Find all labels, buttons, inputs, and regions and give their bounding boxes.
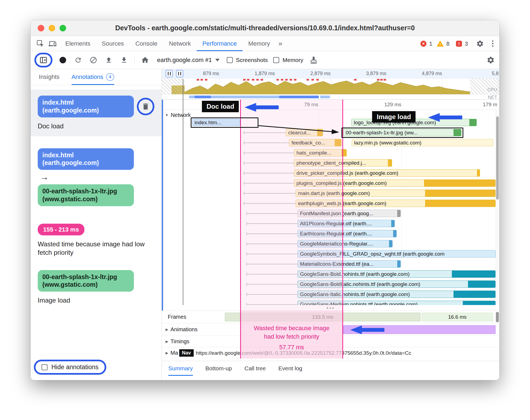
memory-checkbox[interactable] <box>273 57 279 63</box>
more-requests-indicator[interactable]: ... <box>162 305 499 310</box>
network-request-bar[interactable]: GoogleSymbols_FILL_GRAD_opsz_wght.ttf (e… <box>298 250 496 258</box>
network-request-bar[interactable]: feedback_co... <box>289 139 341 146</box>
kebab-menu-icon[interactable] <box>491 39 494 48</box>
capture-settings-gear-icon[interactable] <box>486 55 496 65</box>
overview-tick-label: 879 ms <box>203 71 219 76</box>
home-button[interactable] <box>140 55 150 65</box>
scrollbar-thumb[interactable] <box>496 116 499 200</box>
hide-annotations-checkbox[interactable] <box>42 364 48 370</box>
tab-sources[interactable]: Sources <box>96 36 130 51</box>
bottom-tab-bottom-up[interactable]: Bottom-up <box>205 361 232 376</box>
tab-insights[interactable]: Insights <box>39 69 60 85</box>
delete-annotation-button[interactable] <box>142 102 150 111</box>
network-request-bar[interactable]: clearcut... <box>286 129 323 136</box>
request-whisker <box>246 303 298 305</box>
network-request-bar[interactable]: GoogleSans-BoldItalic.nohints.ttf (earth… <box>298 280 496 288</box>
request-label: main.dart.js (earth.google.com) <box>298 190 370 196</box>
inspect-element-icon[interactable] <box>36 39 45 49</box>
network-track-header[interactable]: ▼ Network <box>165 112 191 118</box>
target-selector[interactable]: earth.google.com #1 <box>155 57 221 64</box>
network-request-bar[interactable]: FontManifest.json (earth.goog... <box>298 210 401 217</box>
request-active-segment <box>452 271 495 277</box>
request-label: phenotype_client_compiled.j... <box>296 160 366 166</box>
bottom-tab-call-tree[interactable]: Call tree <box>245 361 266 376</box>
annotation-entry-time-range[interactable]: 155 - 213 ms Wasted time because image h… <box>31 224 161 257</box>
network-request-bar[interactable]: MaterialIcons-Extended.ttf (ea... <box>298 260 401 268</box>
load-profile-button[interactable] <box>104 55 114 65</box>
network-request-bar[interactable]: All1PIcons-Regular.otf (earth.... <box>298 220 395 227</box>
animations-track[interactable]: ▶ Animations <box>162 323 499 336</box>
network-request-bar[interactable]: plugins_compiled.js (earth.google.com) <box>294 179 496 187</box>
request-active-segment <box>468 281 495 288</box>
network-request-bar[interactable]: hats_compile... <box>294 149 347 156</box>
cpu-activity-marker <box>205 79 207 81</box>
collect-garbage-icon[interactable] <box>309 55 319 65</box>
net-activity-bar <box>279 96 319 98</box>
doc-load-annotation-badge[interactable]: Doc load <box>202 101 239 112</box>
request-label: drive_picker_compiled.js (earth.google.c… <box>296 170 398 176</box>
annotation-pill-splash-image[interactable]: 00-earth-splash-1x-ltr.jpg (www.gstatic.… <box>38 184 134 206</box>
link-arrow-icon: → <box>40 172 154 182</box>
network-request-bar[interactable]: drive_picker_compiled.js (earth.google.c… <box>294 169 480 177</box>
frames-track[interactable]: Frames 133.5 ms 16.6 ms <box>162 310 499 323</box>
annotation-pill-index-html[interactable]: index.html (earth.google.com) <box>38 148 134 170</box>
network-request-bar[interactable]: GoogleSans-Italic.nohints.ttf (earth.goo… <box>298 291 496 298</box>
tab-performance[interactable]: Performance <box>197 36 243 51</box>
image-load-annotation-badge[interactable]: Image load <box>372 111 416 123</box>
network-request-bar[interactable]: earthplugin_web.js (earth.google.com) <box>296 200 496 207</box>
expand-triangle-icon: ▶ <box>166 339 168 344</box>
request-whisker <box>244 192 296 195</box>
record-button[interactable] <box>58 55 68 65</box>
reload-and-record-button[interactable] <box>73 55 83 65</box>
timeline-overview[interactable]: 879 ms1,879 ms2,879 ms3,879 ms4,879 ms5,… <box>162 69 499 100</box>
screenshots-checkbox[interactable] <box>227 57 233 63</box>
annotation-pill-splash-image[interactable]: 00-earth-splash-1x-ltr.jpg (www.gstatic.… <box>38 270 134 292</box>
record-icon <box>60 57 66 63</box>
network-request-bar[interactable]: GoogleMaterialIcons-Regular.... <box>298 240 393 247</box>
issues-icon[interactable] <box>456 41 462 47</box>
network-request-bar[interactable]: GoogleSans-Bold.nohints.ttf (earth.googl… <box>298 270 496 278</box>
request-active-segment <box>463 301 495 305</box>
error-icon[interactable] <box>420 41 426 47</box>
network-scrollbar[interactable] <box>496 110 499 304</box>
time-range-pill[interactable]: 155 - 213 ms <box>38 224 84 236</box>
network-request-bar[interactable]: lazy.min.js (www.gstatic.com) <box>352 139 493 146</box>
annotation-entry-doc-load[interactable]: index.html (earth.google.com) Doc load <box>31 90 161 136</box>
main-thread-track[interactable]: ▶ Ma Nav https://earth.google.com/web/@0… <box>162 347 499 359</box>
scrollbar-thumb[interactable] <box>496 312 499 322</box>
annotation-entry-link[interactable]: index.html (earth.google.com) → 00-earth… <box>31 148 161 206</box>
toolbar-divider <box>134 56 135 64</box>
save-profile-button[interactable] <box>119 55 129 65</box>
more-tabs-icon[interactable]: » <box>278 39 282 48</box>
clear-button[interactable] <box>89 55 98 65</box>
tab-annotations[interactable]: Annotations 4 <box>72 69 114 85</box>
settings-gear-icon[interactable] <box>476 40 484 48</box>
overview-window-handle-right[interactable] <box>176 70 183 77</box>
tab-network[interactable]: Network <box>163 36 197 51</box>
network-request-bar[interactable]: GoogleSans-Medium.nohints.ttf (earth.goo… <box>298 301 496 305</box>
tab-console[interactable]: Console <box>129 36 163 51</box>
cpu-activity-marker <box>316 79 319 81</box>
screenshots-toggle[interactable]: Screenshots <box>227 57 268 63</box>
tab-memory[interactable]: Memory <box>243 36 276 51</box>
device-toolbar-icon[interactable] <box>48 39 57 49</box>
network-request-bar[interactable]: phenotype_client_compiled.j... <box>294 159 392 167</box>
bottom-tab-summary[interactable]: Summary <box>168 361 193 376</box>
frame-bar[interactable]: 133.5 ms <box>225 313 420 321</box>
cpu-activity-marker <box>252 79 254 81</box>
annotation-entry-image-load[interactable]: 00-earth-splash-1x-ltr.jpg (www.gstatic.… <box>31 270 161 305</box>
overview-window-handle-left[interactable] <box>166 70 173 77</box>
bottom-tab-event-log[interactable]: Event log <box>278 361 302 376</box>
sidebar-toggle-button[interactable] <box>39 55 48 65</box>
frame-bar[interactable]: 16.6 ms <box>422 313 493 321</box>
warning-icon[interactable] <box>437 41 444 47</box>
network-request-bar[interactable]: main.dart.js (earth.google.com) <box>296 190 496 197</box>
network-request-bar[interactable]: EarthIcons-Regular.otf (earth.... <box>298 230 397 237</box>
request-whisker <box>246 283 298 286</box>
memory-toggle[interactable]: Memory <box>273 57 303 63</box>
annotations-count-badge: 4 <box>106 73 114 81</box>
annotation-pill-index-html[interactable]: index.html (earth.google.com) <box>38 96 134 117</box>
timings-track[interactable]: ▶ Timings <box>162 336 499 347</box>
request-label: EarthIcons-Regular.otf (earth.... <box>300 231 372 237</box>
tab-elements[interactable]: Elements <box>60 36 96 51</box>
